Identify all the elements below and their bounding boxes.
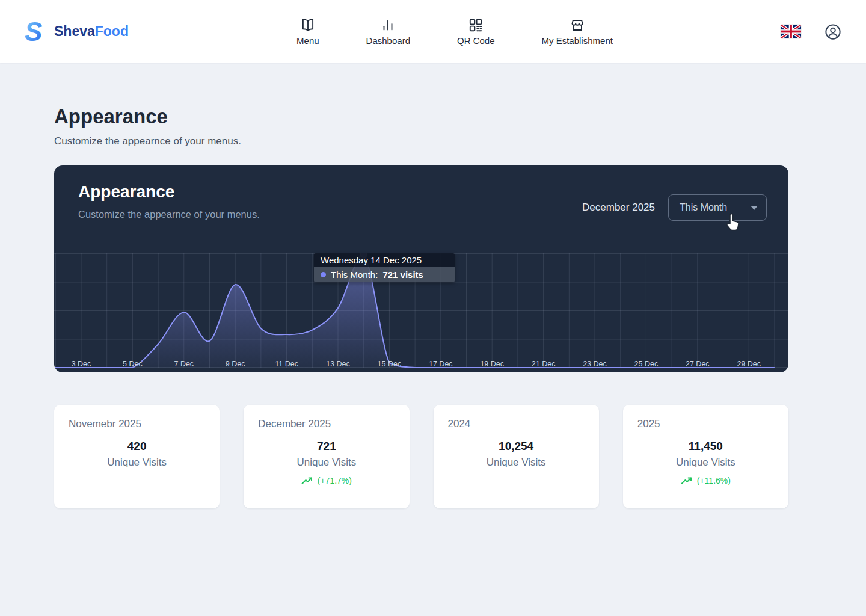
stat-card-december: December 2025 721 Unique Visits (+71.7%) [244,405,409,508]
range-select-value: This Month [680,202,727,213]
panel-title: Appearance [78,182,260,202]
mouse-cursor-hand-icon [724,212,742,233]
tooltip-value: 721 visits [382,270,423,280]
x-axis-tick-label: 27 Dec [686,360,710,368]
stat-period: Novemebr 2025 [69,418,205,430]
stat-delta: (+71.7%) [258,476,395,485]
stat-value: 721 [258,440,395,453]
user-avatar-icon [824,23,842,41]
chevron-down-icon [751,206,758,210]
brand-word-primary: Sheva [54,23,95,39]
main-nav: Menu Dashboard QR Code My Establishmen [129,17,781,46]
user-avatar-button[interactable] [824,23,842,41]
stat-period: December 2025 [258,418,395,430]
series-dot-icon [321,272,326,277]
stat-card-2025: 2025 11,450 Unique Visits (+11.6%) [623,405,788,508]
x-axis-tick-label: 5 Dec [123,360,143,368]
panel-subtitle: Customize the appearnce of your menus. [78,209,260,220]
chart-tooltip: Wednesday 14 Dec 2025 This Month: 721 vi… [314,253,455,282]
trend-up-icon [681,476,693,485]
stat-card-november: Novemebr 2025 420 Unique Visits [54,405,220,508]
trend-up-icon [301,476,313,485]
x-axis-tick-label: 9 Dec [226,360,245,368]
x-axis-tick-label: 19 Dec [480,360,504,368]
nav-item-menu[interactable]: Menu [296,17,319,46]
svg-text:S: S [25,17,42,46]
nav-item-my-establishment[interactable]: My Establishment [542,17,613,46]
nav-item-dashboard[interactable]: Dashboard [366,17,410,46]
brand-word-secondary: Food [95,23,129,39]
page-subtitle: Customize the appearnce of your menus. [54,135,866,147]
nav-label: Dashboard [366,35,410,46]
stat-period: 2025 [637,418,774,430]
range-select-dropdown[interactable]: This Month [668,194,767,221]
x-axis-tick-label: 15 Dec [378,360,402,368]
x-axis-tick-label: 3 Dec [72,360,91,368]
stat-delta-value: (+11.6%) [697,476,731,485]
x-axis-tick-label: 21 Dec [532,360,556,368]
bar-chart-icon [380,17,396,33]
stat-period: 2024 [448,418,585,430]
tooltip-series: This Month: [331,270,378,280]
period-label: December 2025 [582,202,655,214]
x-axis-tick-label: 29 Dec [737,360,761,368]
stat-value: 10,254 [448,440,585,453]
stat-value: 11,450 [637,440,774,453]
tooltip-date: Wednesday 14 Dec 2025 [314,253,455,267]
menu-book-icon [300,17,316,33]
page-title: Appearance [54,105,866,128]
qr-code-icon [468,17,484,33]
stat-card-2024: 2024 10,254 Unique Visits [434,405,599,508]
x-axis-tick-label: 25 Dec [634,360,659,368]
stat-value: 420 [69,440,205,453]
x-axis-tick-label: 23 Dec [583,360,607,368]
x-axis-tick-label: 7 Dec [174,360,194,368]
nav-label: QR Code [457,35,495,46]
nav-item-qr-code[interactable]: QR Code [457,17,495,46]
nav-label: My Establishment [542,35,613,46]
app-header: S ShevaFood Menu Dashboard [0,0,866,63]
x-axis-tick-label: 11 Dec [275,360,298,368]
stat-label: Unique Visits [69,457,205,469]
stat-label: Unique Visits [637,457,774,469]
x-axis-tick-label: 17 Dec [429,360,453,368]
language-uk-flag-icon[interactable] [781,25,801,38]
page-content: Appearance Customize the appearnce of yo… [0,63,866,508]
stat-delta-value: (+71.7%) [318,476,352,485]
panel-header: Appearance Customize the appearnce of yo… [54,165,788,253]
storefront-icon [570,17,585,33]
stats-cards-row: Novemebr 2025 420 Unique Visits December… [54,405,788,508]
brand-logo[interactable]: S ShevaFood [24,17,129,46]
nav-label: Menu [296,35,319,46]
tooltip-value-row: This Month: 721 visits [314,267,455,282]
logo-s-icon: S [24,17,49,46]
header-right [781,23,842,41]
stat-delta: (+11.6%) [637,476,774,485]
visits-area-chart[interactable]: 3 Dec5 Dec7 Dec9 Dec11 Dec13 Dec15 Dec17… [54,253,788,368]
x-axis-tick-label: 13 Dec [326,360,350,368]
appearance-analytics-panel: Appearance Customize the appearnce of yo… [54,165,788,372]
stat-label: Unique Visits [258,457,395,469]
stat-label: Unique Visits [448,457,585,469]
